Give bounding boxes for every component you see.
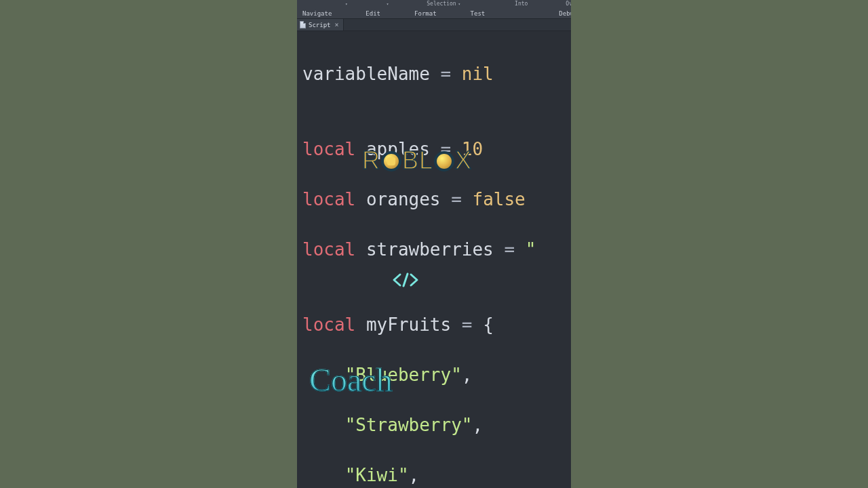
editor-window: ▾ ▾ Selection▾ Into Ov Navigate Edit For… — [297, 0, 571, 488]
string-literal: "Kiwi" — [345, 465, 409, 485]
code-line: "Kiwi", — [302, 463, 568, 488]
menu-navigate[interactable]: Navigate — [302, 10, 332, 17]
ribbon-into[interactable]: Into — [515, 0, 528, 8]
brace-open: { — [483, 314, 494, 335]
tab-script[interactable]: Script × — [297, 19, 344, 30]
tab-label: Script — [309, 22, 331, 28]
ribbon-dropdown[interactable]: ▾ — [344, 0, 348, 8]
ribbon-dropdown[interactable]: ▾ — [386, 0, 389, 8]
ribbon-selection[interactable]: Selection▾ — [427, 0, 460, 8]
letterbox-right — [571, 0, 868, 488]
logo-o-icon — [381, 151, 401, 171]
logo-o-icon — [434, 151, 454, 171]
menu-format[interactable]: Format — [414, 10, 437, 17]
ribbon-over[interactable]: Ov — [566, 0, 571, 8]
menu-bar: Navigate Edit Format Test Debu — [297, 8, 571, 19]
keyword-nil: nil — [462, 64, 494, 84]
logo-code-icon — [392, 222, 477, 338]
code-editor[interactable]: variableName = nil local apples = 10 loc… — [297, 31, 571, 488]
script-file-icon — [300, 21, 306, 28]
boolean-literal: false — [472, 189, 525, 209]
tab-close-icon[interactable]: × — [335, 21, 339, 28]
tab-bar: Script × — [297, 19, 571, 31]
string-literal: " — [526, 239, 536, 260]
logo-roblox: RBLX — [302, 124, 452, 197]
comma: , — [462, 365, 473, 385]
operator: = — [451, 189, 472, 209]
comma: , — [472, 415, 483, 435]
logo-coach: Coach — [309, 365, 452, 394]
menu-debug[interactable]: Debu — [559, 10, 571, 17]
operator: = — [504, 239, 525, 260]
letterbox-left — [0, 0, 297, 488]
ribbon-toolbar: ▾ ▾ Selection▾ Into Ov — [297, 0, 571, 8]
watermark-logo: RBLX Coach — [302, 74, 452, 445]
menu-test[interactable]: Test — [471, 10, 486, 17]
comma: , — [409, 465, 420, 485]
menu-edit[interactable]: Edit — [366, 10, 380, 17]
svg-line-0 — [403, 274, 408, 286]
